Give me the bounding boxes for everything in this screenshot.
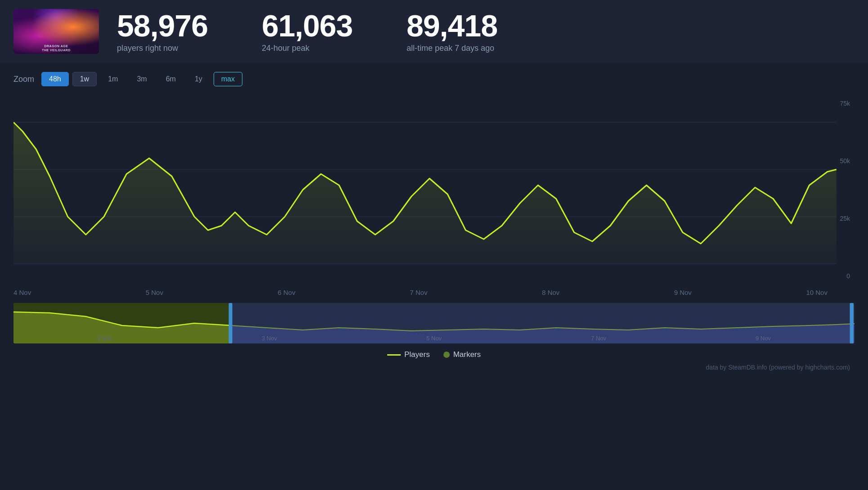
peak-24h-stat: 61,063 24-hour peak [262, 10, 353, 53]
zoom-1y-button[interactable]: 1y [187, 72, 210, 86]
mini-x-1nov: 1 Nov [97, 335, 112, 342]
legend-markers-label: Markers [453, 350, 481, 359]
x-label-6nov: 6 Nov [277, 289, 295, 296]
zoom-6m-button[interactable]: 6m [158, 72, 183, 86]
zoom-1w-button[interactable]: 1w [72, 72, 97, 86]
header-section: Dragon Age The Veilguard 58,976 players … [0, 0, 868, 63]
legend: Players Markers [13, 343, 855, 361]
zoom-label: Zoom [13, 75, 34, 84]
alltime-peak-label: all-time peak 7 days ago [407, 44, 494, 53]
mini-x-9nov: 9 Nov [756, 335, 771, 342]
zoom-48h-button[interactable]: 48h [41, 72, 69, 86]
mini-x-axis: 1 Nov 3 Nov 5 Nov 7 Nov 9 Nov [13, 335, 855, 342]
alltime-peak-stat: 89,418 all-time peak 7 days ago [407, 10, 497, 53]
legend-markers-dot [443, 352, 450, 358]
data-credit: data by SteamDB.info (powered by highcha… [13, 361, 855, 373]
game-logo-text: Dragon Age The Veilguard [42, 44, 71, 52]
zoom-max-button[interactable]: max [214, 72, 242, 86]
mini-x-5nov: 5 Nov [426, 335, 442, 342]
x-label-5nov: 5 Nov [146, 289, 163, 296]
x-label-4nov: 4 Nov [13, 289, 31, 296]
x-axis-labels: 4 Nov 5 Nov 6 Nov 7 Nov 8 Nov 9 Nov 10 N… [13, 284, 855, 296]
legend-players-label: Players [404, 350, 430, 359]
x-label-8nov: 8 Nov [542, 289, 559, 296]
legend-markers: Markers [443, 350, 481, 359]
zoom-3m-button[interactable]: 3m [129, 72, 154, 86]
zoom-1m-button[interactable]: 1m [100, 72, 125, 86]
x-label-10nov: 10 Nov [806, 289, 828, 296]
current-players-label: players right now [117, 44, 178, 53]
stats-group: 58,976 players right now 61,063 24-hour … [117, 10, 855, 53]
alltime-peak-value: 89,418 [407, 10, 497, 41]
main-chart: 75k 50k 25k 0 [13, 95, 855, 284]
main-chart-svg [13, 95, 855, 284]
peak-24h-value: 61,063 [262, 10, 353, 41]
x-label-9nov: 9 Nov [674, 289, 692, 296]
legend-players: Players [387, 350, 430, 359]
current-players-value: 58,976 [117, 10, 208, 41]
legend-players-line [387, 354, 401, 356]
mini-chart[interactable]: 1 Nov 3 Nov 5 Nov 7 Nov 9 Nov [13, 303, 855, 343]
mini-x-7nov: 7 Nov [591, 335, 606, 342]
mini-x-3nov: 3 Nov [262, 335, 277, 342]
zoom-controls: Zoom 48h 1w 1m 3m 6m 1y max [13, 72, 855, 86]
current-players-stat: 58,976 players right now [117, 10, 208, 53]
svg-marker-4 [13, 122, 837, 264]
game-thumbnail: Dragon Age The Veilguard [13, 9, 99, 54]
chart-section: Zoom 48h 1w 1m 3m 6m 1y max [0, 63, 868, 378]
peak-24h-label: 24-hour peak [262, 44, 309, 53]
x-label-7nov: 7 Nov [410, 289, 427, 296]
